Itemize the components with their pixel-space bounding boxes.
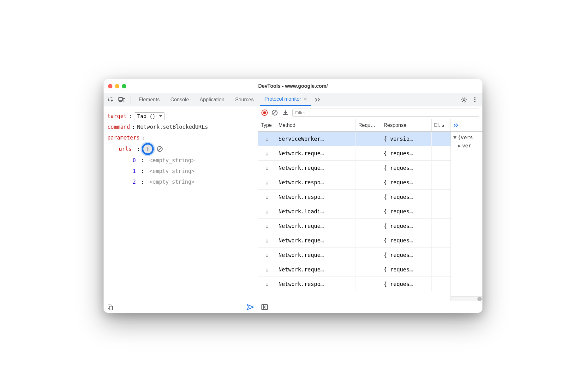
- tab-sources[interactable]: Sources: [231, 93, 258, 106]
- tab-elements[interactable]: Elements: [134, 93, 164, 106]
- tab-protocol-monitor[interactable]: Protocol monitor ×: [260, 93, 311, 106]
- table-row[interactable]: ↓Network.reque…{"reques…: [258, 262, 451, 277]
- table-row[interactable]: ↓ServiceWorker…{"versio…: [258, 132, 451, 146]
- item-value: <empty_string>: [149, 166, 194, 176]
- monitor-toolbar: [258, 106, 482, 119]
- url-item[interactable]: 2 : <empty_string>: [107, 176, 254, 187]
- target-select[interactable]: Tab (): [134, 112, 165, 120]
- table-row[interactable]: ↓Network.respo…{"reques…: [258, 190, 451, 204]
- url-item[interactable]: 1 : <empty_string>: [107, 166, 254, 176]
- main-body: target: Tab () command: Network.setBlock…: [104, 106, 482, 313]
- filter-input[interactable]: [292, 109, 479, 117]
- item-value: <empty_string>: [149, 176, 194, 187]
- cell-method: Network.reque…: [276, 262, 356, 276]
- table-header: Type Method Requ… Response El.▲: [258, 119, 451, 132]
- cell-elapsed: [432, 190, 451, 204]
- tab-label: Protocol monitor: [264, 96, 301, 102]
- direction-icon: ↓: [258, 146, 276, 160]
- monitor-footer: [258, 301, 482, 313]
- col-method[interactable]: Method: [276, 119, 356, 131]
- detail-panel: ▼{vers ▶ver: [451, 119, 482, 301]
- clear-log-button[interactable]: [271, 109, 278, 116]
- add-url-button[interactable]: +: [142, 143, 154, 155]
- caret-right-icon[interactable]: ▶: [458, 143, 461, 149]
- direction-icon: ↓: [258, 204, 276, 218]
- tab-label: Sources: [235, 97, 254, 103]
- direction-icon: ↓: [258, 161, 276, 175]
- svg-rect-11: [109, 306, 112, 310]
- svg-line-9: [158, 147, 161, 151]
- minimize-window-button[interactable]: [115, 84, 119, 88]
- col-request[interactable]: Requ…: [356, 119, 381, 131]
- devices-icon[interactable]: [117, 95, 126, 104]
- col-response[interactable]: Response: [381, 119, 432, 131]
- kebab-menu-icon[interactable]: [470, 95, 479, 104]
- close-window-button[interactable]: [108, 84, 112, 88]
- fullscreen-window-button[interactable]: [122, 84, 126, 88]
- more-tabs-icon[interactable]: [313, 95, 322, 104]
- close-tab-icon[interactable]: ×: [304, 96, 307, 103]
- parameters-label: parameters: [107, 132, 140, 143]
- direction-icon: ↓: [258, 132, 276, 146]
- tab-application[interactable]: Application: [195, 93, 229, 106]
- table-row[interactable]: ↓Network.reque…{"reques…: [258, 161, 451, 175]
- cell-method: Network.respo…: [276, 277, 356, 291]
- cell-method: Network.respo…: [276, 190, 356, 204]
- cell-method: Network.reque…: [276, 219, 356, 233]
- editor-footer: [104, 301, 258, 313]
- table-body[interactable]: ↓ServiceWorker…{"versio…↓Network.reque…{…: [258, 132, 451, 301]
- url-item[interactable]: 0 : <empty_string>: [107, 155, 254, 166]
- cell-method: ServiceWorker…: [276, 132, 356, 146]
- sort-asc-icon: ▲: [441, 123, 445, 128]
- cell-request: [356, 190, 381, 204]
- copy-icon[interactable]: [107, 304, 113, 310]
- settings-gear-icon[interactable]: [460, 95, 469, 104]
- target-label: target: [107, 111, 127, 122]
- detail-tabs: [451, 119, 482, 132]
- direction-icon: ↓: [258, 219, 276, 233]
- cell-elapsed: [432, 146, 451, 160]
- download-icon[interactable]: [282, 109, 289, 116]
- tab-console[interactable]: Console: [166, 93, 194, 106]
- cell-response: {"reques…: [381, 219, 432, 233]
- table-row[interactable]: ↓Network.reque…{"reques…: [258, 146, 451, 161]
- table-row[interactable]: ↓Network.loadi…{"reques…: [258, 204, 451, 219]
- send-command-button[interactable]: [247, 304, 254, 310]
- cell-elapsed: [432, 233, 451, 247]
- scrollbar[interactable]: [451, 296, 482, 301]
- cell-request: [356, 277, 381, 291]
- svg-rect-2: [119, 101, 122, 102]
- cell-response: {"reques…: [381, 146, 432, 160]
- table-row[interactable]: ↓Network.respo…{"reques…: [258, 175, 451, 190]
- cell-response: {"versio…: [381, 132, 432, 146]
- toggle-panel-icon[interactable]: [261, 304, 268, 310]
- cell-request: [356, 161, 381, 175]
- svg-rect-1: [119, 98, 123, 101]
- record-button[interactable]: [261, 110, 268, 116]
- cell-request: [356, 262, 381, 276]
- svg-rect-3: [123, 98, 125, 102]
- table-row[interactable]: ↓Network.reque…{"reques…: [258, 248, 451, 262]
- cell-elapsed: [432, 161, 451, 175]
- tree-root: {vers: [458, 134, 473, 140]
- detail-tree[interactable]: ▼{vers ▶ver: [451, 132, 482, 151]
- more-detail-tabs-icon[interactable]: [453, 123, 458, 127]
- cell-response: {"reques…: [381, 262, 432, 276]
- col-type[interactable]: Type: [258, 119, 276, 131]
- cell-request: [356, 132, 381, 146]
- tab-label: Console: [170, 97, 189, 103]
- direction-icon: ↓: [258, 248, 276, 262]
- command-editor: target: Tab () command: Network.setBlock…: [104, 106, 258, 301]
- events-table: Type Method Requ… Response El.▲ ↓Service…: [258, 119, 451, 301]
- table-row[interactable]: ↓Network.reque…{"reques…: [258, 219, 451, 233]
- table-row[interactable]: ↓Network.respo…{"reques…: [258, 277, 451, 291]
- col-elapsed[interactable]: El.▲: [432, 119, 451, 131]
- inspect-icon[interactable]: [107, 95, 116, 104]
- table-row[interactable]: ↓Network.reque…{"reques…: [258, 233, 451, 248]
- command-value[interactable]: Network.setBlockedURLs: [137, 122, 208, 132]
- cell-response: {"reques…: [381, 248, 432, 262]
- svg-point-4: [463, 99, 465, 101]
- clear-urls-button[interactable]: [156, 145, 164, 153]
- caret-down-icon[interactable]: ▼: [453, 134, 457, 140]
- cell-method: Network.reque…: [276, 233, 356, 247]
